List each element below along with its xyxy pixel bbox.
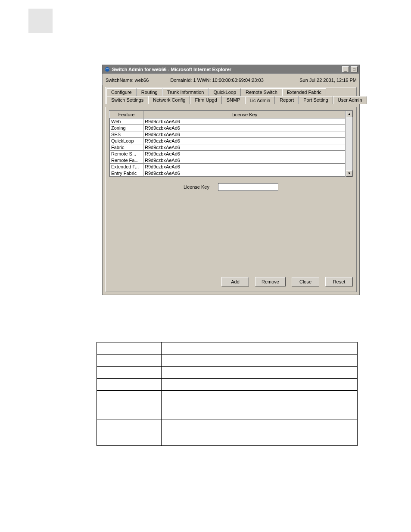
desc-cell [162,420,358,446]
cell-feature: Zoning [110,125,143,131]
license-table: Feature License Key WebR9d9czbxAeAd6Zoni… [109,111,346,177]
table-row[interactable]: WebR9d9czbxAeAd6 [110,118,346,125]
switchname: SwitchName: web66 [106,78,149,83]
button-row: Add Remove Close Reset [109,271,353,286]
cell-license-key: R9d9czbxAeAd6 [143,157,346,164]
desc-cell [97,379,162,391]
datetime: Sun Jul 22 2001, 12:16 PM [299,78,357,83]
tab-port-setting[interactable]: Port Setting [299,96,333,104]
tab-switch-settings[interactable]: Switch Settings [106,96,148,104]
table-row[interactable]: FabricR9d9czbxAeAd6 [110,144,346,151]
cell-license-key: R9d9czbxAeAd6 [143,138,346,144]
table-row[interactable]: Remote S...R9d9czbxAeAd6 [110,151,346,157]
tab-network-config[interactable]: Network Config [148,96,190,104]
license-key-entry: License Key [109,183,353,191]
domain-wwn: DomainId: 1 WWN: 10:00:00:60:69:04:23:03 [170,78,263,83]
tab-routing[interactable]: Routing [137,88,162,96]
scroll-track[interactable] [346,117,352,170]
add-button[interactable]: Add [221,277,249,286]
cell-feature: Remote Fa... [110,157,143,164]
tab-quickloop[interactable]: QuickLoop [209,88,241,96]
reset-button[interactable]: Reset [325,277,353,286]
tab-lic-admin[interactable]: Lic Admin [245,96,275,104]
tab-user-admin[interactable]: User Admin [333,96,367,104]
cell-feature: QuickLoop [110,138,143,144]
cell-license-key: R9d9czbxAeAd6 [143,125,346,131]
license-key-input[interactable] [218,183,278,191]
table-row[interactable]: QuickLoopR9d9czbxAeAd6 [110,138,346,144]
window-switch-admin: Switch Admin for web66 - Microsoft Inter… [102,65,360,295]
tab-trunk-info[interactable]: Trunk Information [162,88,209,96]
maximize-button[interactable]: □ [351,66,358,72]
tab-remote-switch[interactable]: Remote Switch [241,88,282,96]
tab-row-2: Switch Settings Network Config Firm Upgd… [106,96,355,104]
tab-report[interactable]: Report [275,96,299,104]
desc-cell [162,391,358,420]
tab-snmp[interactable]: SNMP [222,96,245,104]
cell-feature: Fabric [110,144,143,151]
tab-container: Configure Routing Trunk Information Quic… [105,87,357,104]
tab-firm-upgd[interactable]: Firm Upgd [190,96,221,104]
ie-icon [104,66,110,72]
desc-cell [162,379,358,391]
table-row[interactable]: Entry FabricR9d9czbxAeAd6 [110,170,346,177]
scroll-up-icon[interactable]: ▲ [346,111,352,117]
table-scrollbar[interactable]: ▲ ▼ [346,111,352,177]
table-row[interactable]: Remote Fa...R9d9czbxAeAd6 [110,157,346,164]
desc-cell [97,342,162,355]
remove-button[interactable]: Remove [255,277,286,286]
cell-license-key: R9d9czbxAeAd6 [143,170,346,177]
desc-cell [162,355,358,367]
cell-feature: Web [110,118,143,125]
license-key-label: License Key [184,184,209,190]
cell-license-key: R9d9czbxAeAd6 [143,144,346,151]
tab-row-1: Configure Routing Trunk Information Quic… [106,88,355,96]
svg-point-0 [105,67,110,72]
field-description-table [97,342,358,446]
license-table-wrap: Feature License Key WebR9d9czbxAeAd6Zoni… [109,110,353,177]
col-header-feature: Feature [110,111,143,118]
desc-cell [162,342,358,355]
window-title: Switch Admin for web66 - Microsoft Inter… [112,67,231,72]
tab-panel-lic-admin: Feature License Key WebR9d9czbxAeAd6Zoni… [105,107,357,292]
col-header-key: License Key [143,111,346,118]
cell-feature: Entry Fabric [110,170,143,177]
desc-cell [97,367,162,379]
desc-cell [97,391,162,420]
table-row[interactable]: Extended F...R9d9czbxAeAd6 [110,164,346,170]
cell-license-key: R9d9czbxAeAd6 [143,164,346,170]
scroll-down-icon[interactable]: ▼ [346,170,352,177]
cell-feature: Extended F... [110,164,143,170]
cell-license-key: R9d9czbxAeAd6 [143,151,346,157]
desc-cell [97,355,162,367]
table-row[interactable]: SESR9d9czbxAeAd6 [110,131,346,138]
close-button[interactable]: Close [292,277,319,286]
status-bar: SwitchName: web66 DomainId: 1 WWN: 10:00… [103,74,359,85]
desc-cell [97,420,162,446]
minimize-button[interactable]: _ [342,66,349,72]
cell-license-key: R9d9czbxAeAd6 [143,131,346,138]
tab-extended-fabric[interactable]: Extended Fabric [282,88,326,96]
cell-license-key: R9d9czbxAeAd6 [143,118,346,125]
cell-feature: SES [110,131,143,138]
desc-cell [162,367,358,379]
tab-configure[interactable]: Configure [106,88,137,96]
cell-feature: Remote S... [110,151,143,157]
page-marker [28,9,53,33]
table-row[interactable]: ZoningR9d9czbxAeAd6 [110,125,346,131]
titlebar: Switch Admin for web66 - Microsoft Inter… [103,65,359,74]
